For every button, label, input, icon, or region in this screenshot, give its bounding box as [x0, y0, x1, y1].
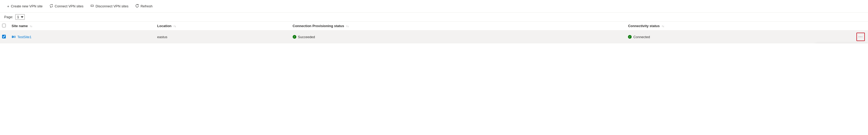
connect-vpn-button[interactable]: Connect VPN sites	[46, 2, 86, 10]
connect-icon	[50, 4, 53, 8]
ellipsis-icon: ···	[859, 34, 863, 39]
row-checkbox-cell	[0, 31, 8, 43]
row-provision-status-cell: Succeeded	[289, 31, 625, 43]
vpn-sites-table: Site name ↑↓ Location ↑↓ Connection Prov…	[0, 22, 868, 43]
row-checkbox[interactable]	[2, 35, 6, 38]
svg-rect-5	[14, 37, 15, 38]
sort-icon-provision: ↑↓	[346, 25, 349, 28]
row-connectivity-status-cell: Connected	[625, 31, 853, 43]
table-container: Site name ↑↓ Location ↑↓ Connection Prov…	[0, 22, 868, 43]
page-select[interactable]: 1	[15, 14, 25, 20]
toolbar: + Create new VPN site Connect VPN sites …	[0, 0, 868, 13]
row-location: eastus	[157, 35, 167, 39]
create-vpn-site-button[interactable]: + Create new VPN site	[4, 2, 45, 10]
svg-rect-0	[12, 36, 13, 38]
svg-rect-3	[12, 37, 12, 38]
sort-icon-site-name: ↑↓	[30, 25, 32, 28]
row-actions-cell: ··· Edit VPN connection to this hub	[853, 31, 868, 43]
connectivity-status-icon	[628, 35, 632, 39]
header-connectivity-status[interactable]: Connectivity status ↑↓	[625, 22, 853, 31]
row-location-cell: eastus	[154, 31, 289, 43]
plus-icon: +	[7, 4, 9, 8]
pagination-bar: Page: 1	[0, 13, 868, 22]
row-site-name-cell: TestSite1	[8, 31, 154, 43]
header-location[interactable]: Location ↑↓	[154, 22, 289, 31]
svg-rect-1	[14, 36, 16, 38]
header-site-name[interactable]: Site name ↑↓	[8, 22, 154, 31]
refresh-button[interactable]: Refresh	[132, 2, 156, 10]
header-provision-status[interactable]: Connection Provisioning status ↑↓	[289, 22, 625, 31]
disconnect-icon	[90, 4, 94, 8]
header-checkbox-col	[0, 22, 8, 31]
disconnect-vpn-label: Disconnect VPN sites	[96, 4, 128, 8]
refresh-icon	[135, 4, 139, 8]
connectivity-status-text: Connected	[633, 35, 650, 39]
provision-status-text: Succeeded	[298, 35, 315, 39]
provision-status-icon	[293, 35, 296, 39]
sort-icon-connectivity: ↑↓	[662, 25, 664, 28]
table-header-row: Site name ↑↓ Location ↑↓ Connection Prov…	[0, 22, 868, 31]
page-label: Page:	[4, 15, 13, 19]
vpn-site-icon	[11, 35, 16, 39]
context-menu: Edit VPN connection to this hub Delete	[815, 43, 868, 43]
header-actions	[853, 22, 868, 31]
select-all-checkbox[interactable]	[2, 24, 6, 27]
site-name-link[interactable]: TestSite1	[18, 35, 31, 39]
create-vpn-label: Create new VPN site	[11, 4, 43, 8]
disconnect-vpn-button[interactable]: Disconnect VPN sites	[87, 2, 131, 10]
connect-vpn-label: Connect VPN sites	[55, 4, 84, 8]
svg-rect-2	[12, 36, 12, 37]
sort-icon-location: ↑↓	[174, 25, 176, 28]
refresh-label: Refresh	[141, 4, 153, 8]
row-actions-button[interactable]: ···	[857, 33, 865, 41]
svg-rect-4	[14, 36, 15, 37]
table-row: TestSite1 eastus Succeeded Connected	[0, 31, 868, 43]
